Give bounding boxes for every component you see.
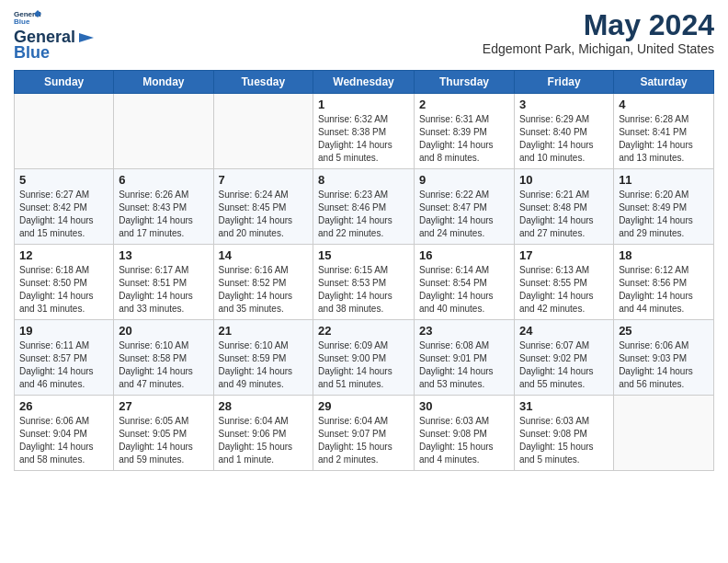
cell-text: Sunrise: 6:08 AMSunset: 9:01 PMDaylight:… <box>419 339 509 391</box>
logo-blue: Blue <box>14 43 50 63</box>
cell-text: Sunrise: 6:06 AMSunset: 9:03 PMDaylight:… <box>619 339 709 391</box>
day-number: 2 <box>419 98 509 111</box>
calendar-cell: 29Sunrise: 6:04 AMSunset: 9:07 PMDayligh… <box>313 396 415 471</box>
cell-text: Sunrise: 6:29 AMSunset: 8:40 PMDaylight:… <box>519 113 609 165</box>
day-number: 13 <box>119 248 208 262</box>
calendar-week-row: 19Sunrise: 6:11 AMSunset: 8:57 PMDayligh… <box>15 320 714 396</box>
title-area: May 2024 Edgemont Park, Michigan, United… <box>483 9 714 56</box>
calendar-cell: 13Sunrise: 6:17 AMSunset: 8:51 PMDayligh… <box>114 245 213 320</box>
day-number: 12 <box>19 248 108 262</box>
cell-text: Sunrise: 6:10 AMSunset: 8:58 PMDaylight:… <box>119 339 208 391</box>
calendar-week-row: 12Sunrise: 6:18 AMSunset: 8:50 PMDayligh… <box>15 245 714 320</box>
calendar-cell: 17Sunrise: 6:13 AMSunset: 8:55 PMDayligh… <box>515 245 614 320</box>
cell-text: Sunrise: 6:21 AMSunset: 8:48 PMDaylight:… <box>519 189 609 240</box>
calendar: SundayMondayTuesdayWednesdayThursdayFrid… <box>14 70 714 471</box>
day-number: 18 <box>619 248 709 262</box>
calendar-cell: 3Sunrise: 6:29 AMSunset: 8:40 PMDaylight… <box>515 94 614 169</box>
calendar-week-row: 1Sunrise: 6:32 AMSunset: 8:38 PMDaylight… <box>15 94 714 169</box>
calendar-cell: 4Sunrise: 6:28 AMSunset: 8:41 PMDaylight… <box>614 94 714 169</box>
day-number: 6 <box>119 173 208 187</box>
day-number: 15 <box>318 248 409 262</box>
calendar-cell: 26Sunrise: 6:06 AMSunset: 9:04 PMDayligh… <box>15 396 114 471</box>
weekday-header: Wednesday <box>313 71 415 94</box>
day-number: 24 <box>519 324 609 338</box>
cell-text: Sunrise: 6:03 AMSunset: 9:08 PMDaylight:… <box>519 415 609 466</box>
cell-text: Sunrise: 6:18 AMSunset: 8:50 PMDaylight:… <box>19 264 108 316</box>
calendar-cell <box>213 94 313 169</box>
day-number: 29 <box>318 399 409 413</box>
calendar-cell: 7Sunrise: 6:24 AMSunset: 8:45 PMDaylight… <box>213 169 313 245</box>
day-number: 4 <box>619 98 709 111</box>
day-number: 3 <box>519 98 609 111</box>
day-number: 8 <box>318 173 409 187</box>
svg-marker-3 <box>79 33 94 42</box>
cell-text: Sunrise: 6:31 AMSunset: 8:39 PMDaylight:… <box>419 113 509 165</box>
calendar-cell: 19Sunrise: 6:11 AMSunset: 8:57 PMDayligh… <box>15 320 114 396</box>
calendar-header-row: SundayMondayTuesdayWednesdayThursdayFrid… <box>15 71 714 94</box>
logo-icon: General Blue <box>14 9 41 26</box>
calendar-cell: 15Sunrise: 6:15 AMSunset: 8:53 PMDayligh… <box>313 245 415 320</box>
cell-text: Sunrise: 6:12 AMSunset: 8:56 PMDaylight:… <box>619 264 709 316</box>
calendar-cell: 14Sunrise: 6:16 AMSunset: 8:52 PMDayligh… <box>213 245 313 320</box>
cell-text: Sunrise: 6:06 AMSunset: 9:04 PMDaylight:… <box>19 415 108 466</box>
month-title: May 2024 <box>483 9 714 41</box>
cell-text: Sunrise: 6:04 AMSunset: 9:07 PMDaylight:… <box>318 415 409 466</box>
day-number: 14 <box>219 248 309 262</box>
cell-text: Sunrise: 6:26 AMSunset: 8:43 PMDaylight:… <box>119 189 208 240</box>
day-number: 19 <box>19 324 108 338</box>
calendar-cell <box>614 396 714 471</box>
day-number: 25 <box>619 324 709 338</box>
weekday-header: Tuesday <box>213 71 313 94</box>
calendar-cell: 30Sunrise: 6:03 AMSunset: 9:08 PMDayligh… <box>415 396 515 471</box>
weekday-header: Sunday <box>15 71 114 94</box>
calendar-cell: 2Sunrise: 6:31 AMSunset: 8:39 PMDaylight… <box>415 94 515 169</box>
day-number: 5 <box>19 173 108 187</box>
calendar-cell <box>114 94 213 169</box>
cell-text: Sunrise: 6:09 AMSunset: 9:00 PMDaylight:… <box>318 339 409 391</box>
cell-text: Sunrise: 6:11 AMSunset: 8:57 PMDaylight:… <box>19 339 108 391</box>
cell-text: Sunrise: 6:28 AMSunset: 8:41 PMDaylight:… <box>619 113 709 165</box>
calendar-cell: 25Sunrise: 6:06 AMSunset: 9:03 PMDayligh… <box>614 320 714 396</box>
day-number: 20 <box>119 324 208 338</box>
cell-text: Sunrise: 6:20 AMSunset: 8:49 PMDaylight:… <box>619 189 709 240</box>
calendar-cell: 18Sunrise: 6:12 AMSunset: 8:56 PMDayligh… <box>614 245 714 320</box>
cell-text: Sunrise: 6:04 AMSunset: 9:06 PMDaylight:… <box>219 415 309 466</box>
calendar-cell: 12Sunrise: 6:18 AMSunset: 8:50 PMDayligh… <box>15 245 114 320</box>
cell-text: Sunrise: 6:07 AMSunset: 9:02 PMDaylight:… <box>519 339 609 391</box>
cell-text: Sunrise: 6:14 AMSunset: 8:54 PMDaylight:… <box>419 264 509 316</box>
calendar-week-row: 26Sunrise: 6:06 AMSunset: 9:04 PMDayligh… <box>15 396 714 471</box>
day-number: 1 <box>318 98 409 111</box>
day-number: 21 <box>219 324 309 338</box>
header: General Blue General Blue May 2024 Edgem… <box>14 9 714 63</box>
day-number: 26 <box>19 399 108 413</box>
cell-text: Sunrise: 6:23 AMSunset: 8:46 PMDaylight:… <box>318 189 409 240</box>
day-number: 11 <box>619 173 709 187</box>
weekday-header: Saturday <box>614 71 714 94</box>
cell-text: Sunrise: 6:15 AMSunset: 8:53 PMDaylight:… <box>318 264 409 316</box>
cell-text: Sunrise: 6:32 AMSunset: 8:38 PMDaylight:… <box>318 113 409 165</box>
cell-text: Sunrise: 6:03 AMSunset: 9:08 PMDaylight:… <box>419 415 509 466</box>
calendar-cell: 16Sunrise: 6:14 AMSunset: 8:54 PMDayligh… <box>415 245 515 320</box>
cell-text: Sunrise: 6:13 AMSunset: 8:55 PMDaylight:… <box>519 264 609 316</box>
day-number: 7 <box>219 173 309 187</box>
weekday-header: Thursday <box>415 71 515 94</box>
cell-text: Sunrise: 6:27 AMSunset: 8:42 PMDaylight:… <box>19 189 108 240</box>
calendar-cell: 21Sunrise: 6:10 AMSunset: 8:59 PMDayligh… <box>213 320 313 396</box>
weekday-header: Monday <box>114 71 213 94</box>
day-number: 22 <box>318 324 409 338</box>
day-number: 9 <box>419 173 509 187</box>
calendar-cell: 11Sunrise: 6:20 AMSunset: 8:49 PMDayligh… <box>614 169 714 245</box>
calendar-cell: 28Sunrise: 6:04 AMSunset: 9:06 PMDayligh… <box>213 396 313 471</box>
calendar-cell: 8Sunrise: 6:23 AMSunset: 8:46 PMDaylight… <box>313 169 415 245</box>
logo-arrow <box>77 31 96 44</box>
day-number: 23 <box>419 324 509 338</box>
day-number: 16 <box>419 248 509 262</box>
day-number: 30 <box>419 399 509 413</box>
day-number: 31 <box>519 399 609 413</box>
weekday-header: Friday <box>515 71 614 94</box>
cell-text: Sunrise: 6:22 AMSunset: 8:47 PMDaylight:… <box>419 189 509 240</box>
cell-text: Sunrise: 6:24 AMSunset: 8:45 PMDaylight:… <box>219 189 309 240</box>
calendar-cell: 10Sunrise: 6:21 AMSunset: 8:48 PMDayligh… <box>515 169 614 245</box>
logo: General Blue General Blue <box>14 9 96 63</box>
calendar-cell: 22Sunrise: 6:09 AMSunset: 9:00 PMDayligh… <box>313 320 415 396</box>
